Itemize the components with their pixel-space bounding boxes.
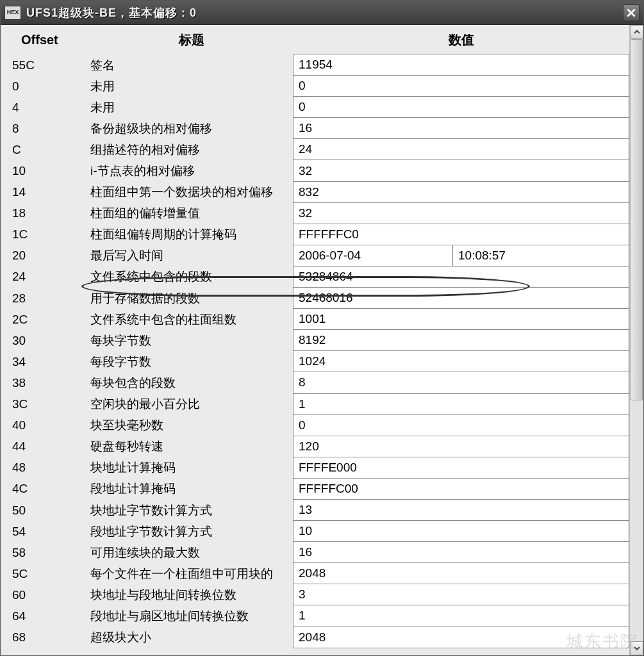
cell-offset: 44 [1, 439, 90, 454]
cell-offset: 1C [1, 227, 90, 242]
close-button[interactable] [623, 4, 640, 21]
table-row[interactable]: 1C柱面组偏转周期的计算掩码FFFFFFC0 [1, 224, 629, 245]
table-row[interactable]: 5C每个文件在一个柱面组中可用块的2048 [1, 563, 629, 584]
chevron-up-icon [634, 29, 640, 35]
value-cell[interactable]: 2006-07-04 [293, 245, 453, 266]
value-cell[interactable]: 1 [293, 393, 629, 415]
table-row[interactable]: 44硬盘每秒转速120 [1, 436, 629, 457]
table-row[interactable]: 28用于存储数据的段数52468016 [1, 288, 629, 309]
value-cell[interactable]: FFFFE000 [293, 457, 629, 479]
value-cell[interactable]: 53284864 [293, 266, 629, 288]
cell-title: 文件系统中包含的段数 [90, 268, 293, 285]
table-row[interactable]: 4C段地址计算掩码FFFFFC00 [1, 479, 629, 500]
cell-title: 签名 [90, 57, 293, 74]
cell-value-container: FFFFFC00 [293, 479, 629, 500]
cell-title: 可用连续块的最大数 [90, 545, 293, 561]
cell-value-container: 0 [293, 76, 629, 97]
cell-value-container: 1 [293, 605, 629, 627]
cell-offset: 4C [1, 482, 90, 496]
table-row[interactable]: 58可用连续块的最大数16 [1, 542, 629, 563]
header-value: 数值 [293, 31, 629, 49]
table-row[interactable]: 14柱面组中第一个数据块的相对偏移832 [1, 182, 629, 203]
value-cell[interactable]: 13 [293, 499, 629, 521]
value-cell[interactable]: 52468016 [293, 287, 629, 309]
value-cell[interactable]: 0 [293, 96, 629, 118]
cell-offset: 55C [1, 58, 90, 72]
cell-offset: 10 [1, 164, 90, 178]
value-cell[interactable]: 3 [293, 584, 629, 605]
value-cell[interactable]: 10 [293, 520, 629, 542]
chevron-down-icon [634, 645, 640, 652]
cell-value-container: 832 [293, 182, 629, 203]
value-cell[interactable]: 32 [293, 202, 629, 224]
table-row[interactable]: 54段地址字节数计算方式10 [1, 521, 629, 542]
table-row[interactable]: 30每块字节数8192 [1, 330, 629, 351]
cell-title: 柱面组中第一个数据块的相对偏移 [90, 184, 293, 201]
cell-value-container: 16 [293, 542, 629, 563]
cell-value-container: 2048 [293, 563, 629, 584]
scrollbar-down-button[interactable] [630, 641, 643, 655]
data-grid: Offset 标题 数值 55C签名119540未用04未用08备份超级块的相对… [1, 25, 629, 648]
value-cell[interactable]: 0 [293, 414, 629, 436]
cell-value-container: 8 [293, 372, 629, 393]
grid-header: Offset 标题 数值 [1, 25, 629, 54]
table-row[interactable]: 10i-节点表的相对偏移32 [1, 160, 629, 181]
cell-value-container: 24 [293, 139, 629, 160]
cell-title: 段地址计算掩码 [90, 480, 293, 497]
vertical-scrollbar[interactable] [629, 25, 643, 655]
table-row[interactable]: 64段地址与扇区地址间转换位数1 [1, 605, 629, 627]
content-area: Offset 标题 数值 55C签名119540未用04未用08备份超级块的相对… [1, 25, 643, 655]
cell-title: 硬盘每秒转速 [90, 438, 293, 455]
value-cell[interactable]: 1024 [293, 350, 629, 372]
table-row[interactable]: 38每块包含的段数8 [1, 372, 629, 393]
table-row[interactable]: 68超级块大小2048 [1, 627, 629, 648]
value-cell[interactable]: 1001 [293, 308, 629, 330]
value-cell[interactable]: FFFFFFC0 [293, 224, 629, 245]
header-title: 标题 [90, 31, 293, 49]
table-row[interactable]: 40块至块毫秒数0 [1, 415, 629, 436]
scrollbar-thumb[interactable] [631, 39, 643, 400]
table-row[interactable]: C组描述符的相对偏移24 [1, 139, 629, 160]
table-row[interactable]: 20最后写入时间2006-07-0410:08:57 [1, 245, 629, 266]
cell-value-container: FFFFE000 [293, 457, 629, 479]
scroll-area: Offset 标题 数值 55C签名119540未用04未用08备份超级块的相对… [1, 25, 629, 655]
table-row[interactable]: 8备份超级块的相对偏移16 [1, 118, 629, 139]
value-cell[interactable]: 8192 [293, 329, 629, 351]
table-row[interactable]: 60块地址与段地址间转换位数3 [1, 584, 629, 605]
value-cell[interactable]: 2048 [293, 627, 629, 648]
table-row[interactable]: 4未用0 [1, 97, 629, 118]
cell-offset: 14 [1, 185, 90, 199]
table-row[interactable]: 24文件系统中包含的段数53284864 [1, 266, 629, 288]
table-row[interactable]: 18柱面组的偏转增量值32 [1, 203, 629, 224]
table-row[interactable]: 2C文件系统中包含的柱面组数1001 [1, 309, 629, 330]
table-row[interactable]: 0未用0 [1, 76, 629, 97]
table-row[interactable]: 55C签名11954 [1, 54, 629, 76]
cell-offset: 8 [1, 122, 90, 136]
value-cell[interactable]: 8 [293, 372, 629, 393]
cell-offset: 40 [1, 418, 90, 432]
value-cell[interactable]: 120 [293, 436, 629, 457]
value-cell[interactable]: 1 [293, 605, 629, 627]
value-cell[interactable]: 11954 [293, 54, 629, 76]
value-cell[interactable]: FFFFFC00 [293, 478, 629, 500]
table-row[interactable]: 3C空闲块的最小百分比1 [1, 394, 629, 415]
cell-offset: 18 [1, 206, 90, 220]
value-cell[interactable]: 2048 [293, 562, 629, 584]
cell-offset: C [1, 143, 90, 157]
value-cell[interactable]: 32 [293, 160, 629, 181]
cell-value-container: 1 [293, 394, 629, 415]
header-offset: Offset [1, 33, 90, 47]
value-cell[interactable]: 832 [293, 181, 629, 203]
table-row[interactable]: 34每段字节数1024 [1, 351, 629, 372]
scrollbar-track[interactable] [630, 39, 643, 641]
value-cell-2[interactable]: 10:08:57 [452, 245, 629, 266]
cell-title: 段地址与扇区地址间转换位数 [90, 608, 293, 625]
table-row[interactable]: 48块地址计算掩码FFFFE000 [1, 457, 629, 479]
value-cell[interactable]: 16 [293, 541, 629, 563]
table-row[interactable]: 50块地址字节数计算方式13 [1, 500, 629, 521]
titlebar[interactable]: HEX UFS1超级块-BE，基本偏移：0 [1, 1, 643, 25]
value-cell[interactable]: 16 [293, 117, 629, 139]
scrollbar-up-button[interactable] [630, 25, 643, 39]
value-cell[interactable]: 0 [293, 75, 629, 97]
value-cell[interactable]: 24 [293, 138, 629, 160]
